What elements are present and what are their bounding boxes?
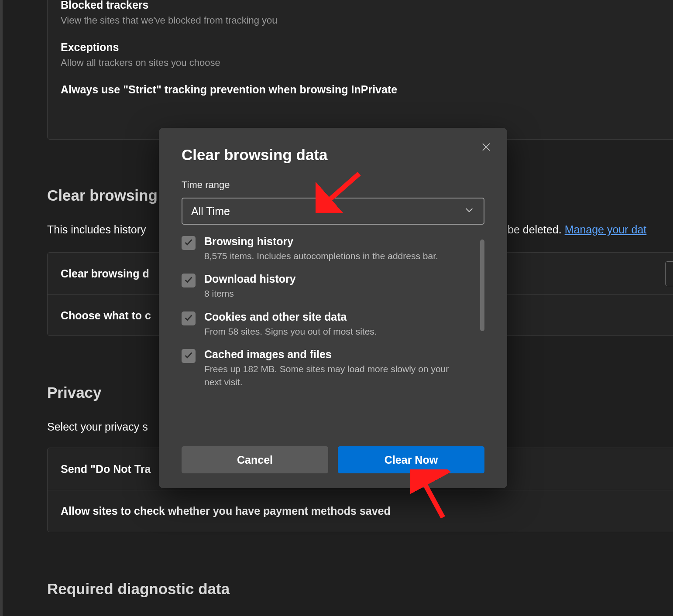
- check-icon: [184, 275, 193, 286]
- time-range-label: Time range: [182, 179, 484, 191]
- option-title: Cookies and other site data: [204, 311, 377, 323]
- blocked-trackers-title: Blocked trackers: [61, 0, 673, 11]
- check-icon: [184, 237, 193, 249]
- option-title: Download history: [204, 273, 296, 285]
- chevron-down-icon: [464, 205, 474, 218]
- clear-desc-post: be deleted.: [508, 223, 565, 236]
- blocked-trackers-desc: View the sites that we've blocked from t…: [61, 15, 673, 26]
- check-icon: [184, 350, 193, 362]
- option-desc: 8,575 items. Includes autocompletions in…: [204, 250, 438, 262]
- check-icon: [184, 313, 193, 324]
- time-range-select[interactable]: All Time: [182, 198, 484, 225]
- option-desc: Frees up 182 MB. Some sites may load mor…: [204, 363, 466, 388]
- row-label: Choose what to c: [61, 309, 151, 322]
- strict-inprivate-label: Always use "Strict" tracking prevention …: [61, 83, 673, 96]
- row-payment-methods-check[interactable]: Allow sites to check whether you have pa…: [48, 490, 673, 532]
- tracking-card: Blocked trackers View the sites that we'…: [47, 0, 673, 140]
- data-types-list: Browsing history 8,575 items. Includes a…: [182, 235, 484, 445]
- option-title: Browsing history: [204, 235, 438, 248]
- checkbox-browsing-history[interactable]: [182, 236, 196, 250]
- checkbox-cookies[interactable]: [182, 311, 196, 325]
- option-cookies: Cookies and other site data From 58 site…: [182, 311, 476, 338]
- option-download-history: Download history 8 items: [182, 273, 476, 300]
- option-desc: 8 items: [204, 287, 296, 300]
- dialog-button-row: Cancel Clear Now: [182, 446, 484, 473]
- manage-your-data-link[interactable]: Manage your dat: [565, 223, 647, 236]
- scrollbar-thumb[interactable]: [480, 240, 484, 331]
- checkbox-download-history[interactable]: [182, 274, 196, 287]
- time-range-value: All Time: [191, 205, 230, 218]
- option-title: Cached images and files: [204, 348, 466, 361]
- close-icon: [481, 142, 491, 154]
- section-clear-browsing-desc: This includes history: [47, 223, 146, 236]
- clear-desc-pre: This includes history: [47, 223, 146, 236]
- setting-row-strict-inprivate[interactable]: Always use "Strict" tracking prevention …: [61, 83, 673, 96]
- checkbox-cached-images[interactable]: [182, 349, 196, 363]
- dialog-title: Clear browsing data: [182, 146, 484, 164]
- option-cached-images: Cached images and files Frees up 182 MB.…: [182, 348, 476, 388]
- option-desc: From 58 sites. Signs you out of most sit…: [204, 325, 377, 338]
- left-border: [0, 0, 3, 616]
- exceptions-desc: Allow all trackers on sites you choose: [61, 57, 673, 68]
- choose-what-button[interactable]: Choose W: [665, 261, 673, 286]
- row-label: Allow sites to check whether you have pa…: [61, 505, 391, 517]
- row-label: Send "Do Not Tra: [61, 463, 151, 476]
- close-button[interactable]: [478, 140, 494, 156]
- section-diagnostic-heading: Required diagnostic data: [47, 580, 230, 598]
- clear-now-button[interactable]: Clear Now: [338, 446, 484, 473]
- section-clear-browsing-heading: Clear browsing: [47, 187, 158, 204]
- section-privacy-desc: Select your privacy s: [47, 421, 148, 433]
- setting-row-blocked-trackers[interactable]: Blocked trackers View the sites that we'…: [61, 0, 673, 26]
- option-browsing-history: Browsing history 8,575 items. Includes a…: [182, 235, 476, 262]
- row-label: Clear browsing d: [61, 267, 149, 280]
- cancel-button[interactable]: Cancel: [182, 446, 328, 473]
- clear-browsing-data-dialog: Clear browsing data Time range All Time …: [159, 128, 507, 488]
- section-privacy-heading: Privacy: [47, 384, 102, 401]
- setting-row-exceptions[interactable]: Exceptions Allow all trackers on sites y…: [61, 41, 673, 68]
- exceptions-title: Exceptions: [61, 41, 673, 54]
- section-clear-browsing-desc-right: be deleted. Manage your dat: [508, 223, 646, 236]
